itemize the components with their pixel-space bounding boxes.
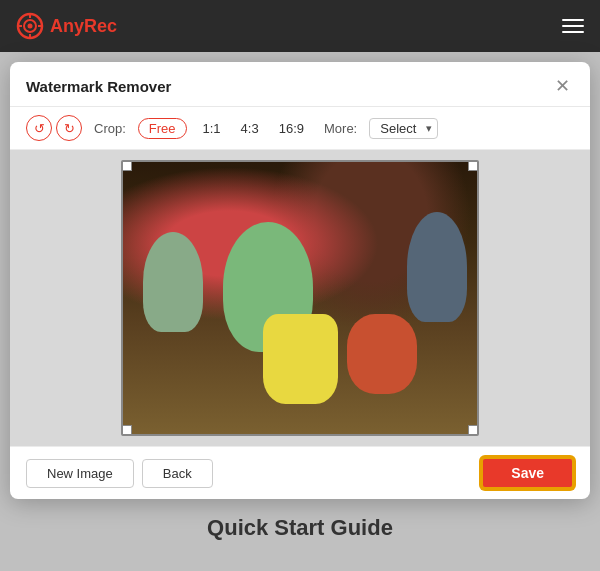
watermark-remover-modal: Watermark Remover ✕ ↺ ↻ Crop: Free 1:1 4…: [10, 62, 590, 499]
char-mr-krabs: [347, 314, 417, 394]
modal-title: Watermark Remover: [26, 78, 171, 95]
undo-redo-group: ↺ ↻: [26, 115, 82, 141]
undo-button[interactable]: ↺: [26, 115, 52, 141]
crop-16-9-button[interactable]: 16:9: [275, 119, 308, 138]
image-canvas[interactable]: [121, 160, 479, 436]
more-label: More:: [324, 121, 357, 136]
hamburger-button[interactable]: [562, 19, 584, 33]
save-button[interactable]: Save: [481, 457, 574, 489]
quick-start-title: Quick Start Guide: [207, 515, 393, 541]
back-button[interactable]: Back: [142, 459, 213, 488]
new-image-button[interactable]: New Image: [26, 459, 134, 488]
crop-free-button[interactable]: Free: [138, 118, 187, 139]
logo: AnyRec: [16, 12, 117, 40]
close-button[interactable]: ✕: [550, 74, 574, 98]
footer-left-buttons: New Image Back: [26, 459, 213, 488]
logo-text: AnyRec: [50, 16, 117, 37]
handle-top-right[interactable]: [468, 161, 478, 171]
navbar: AnyRec: [0, 0, 600, 52]
handle-bottom-left[interactable]: [122, 425, 132, 435]
select-dropdown[interactable]: Select: [369, 118, 438, 139]
image-area: [10, 150, 590, 446]
redo-button[interactable]: ↻: [56, 115, 82, 141]
char-spongebob: [263, 314, 338, 404]
select-wrapper: Select: [369, 118, 438, 139]
modal-footer: New Image Back Save: [10, 446, 590, 499]
crop-4-3-button[interactable]: 4:3: [237, 119, 263, 138]
modal-header: Watermark Remover ✕: [10, 62, 590, 107]
svg-point-2: [28, 24, 33, 29]
background-area: Watermark Remover ✕ ↺ ↻ Crop: Free 1:1 4…: [0, 52, 600, 571]
crop-label: Crop:: [94, 121, 126, 136]
char-left: [143, 232, 203, 332]
toolbar: ↺ ↻ Crop: Free 1:1 4:3 16:9 More: Select: [10, 107, 590, 150]
handle-bottom-right[interactable]: [468, 425, 478, 435]
handle-top-left[interactable]: [122, 161, 132, 171]
logo-icon: [16, 12, 44, 40]
char-right: [407, 212, 467, 322]
crop-1-1-button[interactable]: 1:1: [199, 119, 225, 138]
